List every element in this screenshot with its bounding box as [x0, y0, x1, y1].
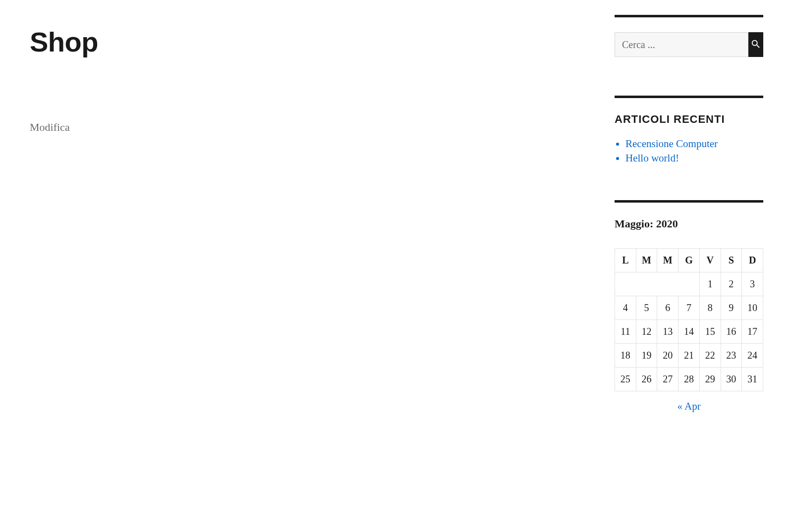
calendar-day: 24: [742, 344, 763, 368]
search-form: [615, 32, 763, 57]
page-title: Shop: [30, 27, 436, 57]
sidebar: ARTICOLI RECENTI Recensione Computer Hel…: [615, 15, 763, 517]
calendar-widget: Maggio: 2020 L M M G V S D 1 2 3: [615, 200, 763, 413]
calendar-day: 17: [742, 320, 763, 344]
calendar-day: 6: [657, 296, 679, 320]
calendar-day: 5: [636, 296, 657, 320]
weekday-head: G: [679, 249, 700, 272]
calendar-day: 29: [699, 368, 721, 391]
recent-posts-list: Recensione Computer Hello world!: [615, 138, 763, 164]
calendar-day: 12: [636, 320, 657, 344]
weekday-head: D: [742, 249, 763, 272]
recent-post-link[interactable]: Hello world!: [625, 152, 679, 164]
recent-posts-widget: ARTICOLI RECENTI Recensione Computer Hel…: [615, 96, 763, 166]
calendar-day: 20: [657, 344, 679, 368]
calendar-day: 28: [679, 368, 700, 391]
calendar-row: 25 26 27 28 29 30 31: [615, 368, 763, 391]
calendar-row: 4 5 6 7 8 9 10: [615, 296, 763, 320]
calendar-day: 14: [679, 320, 700, 344]
calendar-day: 3: [742, 272, 763, 296]
calendar-pad: [615, 272, 700, 296]
calendar-day: 27: [657, 368, 679, 391]
search-icon: [750, 39, 761, 51]
calendar-nav: « Apr: [615, 400, 763, 413]
weekday-head: M: [657, 249, 679, 272]
calendar-day: 21: [679, 344, 700, 368]
calendar-day: 13: [657, 320, 679, 344]
weekday-head: V: [699, 249, 721, 272]
calendar-day: 19: [636, 344, 657, 368]
calendar-day: 31: [742, 368, 763, 391]
calendar-day: 30: [721, 368, 742, 391]
calendar-day: 11: [615, 320, 636, 344]
calendar-day: 22: [699, 344, 721, 368]
calendar-day: 9: [721, 296, 742, 320]
calendar-day: 25: [615, 368, 636, 391]
weekday-head: S: [721, 249, 742, 272]
calendar-day: 26: [636, 368, 657, 391]
calendar-day: 16: [721, 320, 742, 344]
calendar-row: 18 19 20 21 22 23 24: [615, 344, 763, 368]
search-widget: [615, 15, 763, 57]
calendar-day: 2: [721, 272, 742, 296]
weekday-head: M: [636, 249, 657, 272]
edit-link[interactable]: Modifica: [30, 121, 70, 134]
calendar-day: 4: [615, 296, 636, 320]
calendar-day: 15: [699, 320, 721, 344]
main-content: Shop Modifica: [30, 15, 436, 517]
calendar-day: 8: [699, 296, 721, 320]
calendar-caption: Maggio: 2020: [615, 217, 763, 230]
recent-posts-title: ARTICOLI RECENTI: [615, 113, 763, 126]
search-button[interactable]: [748, 32, 763, 57]
list-item: Hello world!: [625, 152, 763, 164]
calendar-day: 10: [742, 296, 763, 320]
calendar-row: 1 2 3: [615, 272, 763, 296]
calendar-prev-link[interactable]: « Apr: [677, 400, 700, 412]
calendar-day: 18: [615, 344, 636, 368]
list-item: Recensione Computer: [625, 138, 763, 150]
weekday-head: L: [615, 249, 636, 272]
calendar-weekday-row: L M M G V S D: [615, 249, 763, 272]
calendar-day: 1: [699, 272, 721, 296]
calendar-day: 7: [679, 296, 700, 320]
recent-post-link[interactable]: Recensione Computer: [625, 138, 718, 150]
calendar-row: 11 12 13 14 15 16 17: [615, 320, 763, 344]
search-input[interactable]: [615, 32, 748, 57]
calendar-day: 23: [721, 344, 742, 368]
calendar-table: L M M G V S D 1 2 3 4 5: [615, 248, 763, 391]
calendar-body: 1 2 3 4 5 6 7 8 9 10 11 12 13 14: [615, 272, 763, 391]
